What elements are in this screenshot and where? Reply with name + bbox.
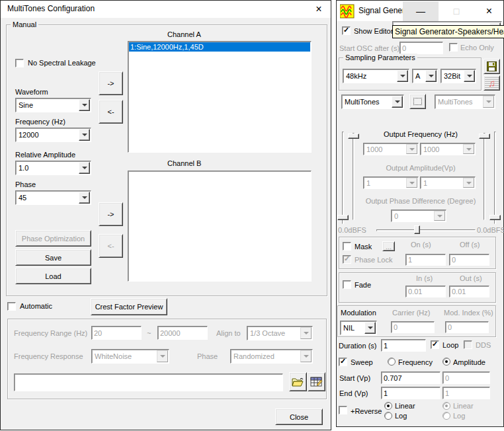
- remove-from-channel-a-button[interactable]: <-: [99, 100, 123, 124]
- close-icon[interactable]: ×: [474, 1, 504, 21]
- duration-input[interactable]: [381, 339, 426, 352]
- load-button[interactable]: Load: [15, 268, 91, 284]
- crest-factor-preview-button[interactable]: Crest Factor Preview: [91, 298, 167, 315]
- linear2-radio[interactable]: [442, 402, 450, 410]
- right-inner-slider-handle[interactable]: [479, 134, 490, 139]
- minimize-icon[interactable]: —: [403, 1, 439, 21]
- close-button[interactable]: Close: [275, 409, 323, 425]
- channel-combo[interactable]: A: [412, 69, 438, 83]
- chevron-down-icon[interactable]: [79, 192, 90, 204]
- mod-index-label: Mod. Index (%): [444, 309, 493, 317]
- output-frequency-b-combo[interactable]: 1000: [420, 143, 476, 155]
- balance-slider-handle[interactable]: [414, 225, 420, 234]
- amplitude-radio[interactable]: [442, 358, 450, 366]
- bit-depth-combo[interactable]: 32Bit: [441, 69, 476, 83]
- wave-config-button[interactable]: [409, 94, 426, 109]
- table-edit-icon: [310, 377, 323, 387]
- loop-checkbox[interactable]: ✓: [431, 340, 439, 349]
- linear-radio[interactable]: [384, 402, 392, 410]
- add-to-channel-b-button[interactable]: ->: [99, 202, 123, 226]
- output-amplitude-b-combo[interactable]: 1: [420, 176, 476, 189]
- sample-rate-combo[interactable]: 48kHz: [343, 69, 409, 83]
- fade-in-label: In (s): [416, 274, 433, 283]
- frequency-radio[interactable]: [388, 358, 396, 366]
- left-inner-slider-handle[interactable]: [348, 134, 359, 139]
- left-outer-slider-handle[interactable]: [337, 215, 349, 220]
- chevron-down-icon[interactable]: [79, 99, 90, 111]
- relative-amplitude-combo[interactable]: 1.0: [15, 161, 91, 175]
- end-input[interactable]: [381, 387, 441, 399]
- start-osc-input[interactable]: [399, 42, 443, 54]
- list-item[interactable]: 1:Sine,12000Hz,1,45D: [129, 42, 310, 52]
- right-inner-slider-track[interactable]: [483, 133, 485, 220]
- save-button[interactable]: Save: [15, 249, 91, 266]
- chevron-down-icon[interactable]: [79, 129, 90, 141]
- automatic-checkbox[interactable]: [7, 302, 16, 311]
- open-file-button[interactable]: [289, 372, 307, 391]
- phase-lock-checkbox[interactable]: ✓: [343, 255, 351, 264]
- range-to-input[interactable]: [157, 326, 208, 340]
- chevron-down-icon[interactable]: [397, 70, 408, 82]
- signal-generator-titlebar[interactable]: Signal Gener... — □ ×: [337, 1, 503, 22]
- start-input[interactable]: [381, 372, 441, 384]
- channel-b-list[interactable]: [128, 171, 312, 282]
- file-path-input[interactable]: [14, 373, 283, 391]
- phase-optimization-button[interactable]: Phase Optimization: [15, 230, 91, 247]
- wave-type-combo[interactable]: MultiTones: [341, 95, 404, 109]
- left-inner-slider-track[interactable]: [353, 133, 355, 220]
- carrier-label: Carrier (Hz): [392, 309, 430, 317]
- end2-input[interactable]: [442, 387, 490, 399]
- show-editor-checkbox[interactable]: ✓: [342, 26, 351, 35]
- mask-off-input[interactable]: [449, 254, 489, 266]
- right-outer-slider-handle[interactable]: [489, 215, 501, 220]
- start2-input[interactable]: [442, 372, 490, 384]
- phase-difference-combo[interactable]: 0: [391, 210, 446, 222]
- reverse-checkbox[interactable]: [339, 406, 347, 414]
- save-signal-button[interactable]: [483, 59, 500, 74]
- phase-label: Phase: [15, 180, 36, 189]
- right-outer-slider-track[interactable]: [494, 132, 496, 224]
- add-to-channel-a-button[interactable]: ->: [99, 71, 123, 95]
- mod-index-input[interactable]: [445, 321, 489, 333]
- output-amplitude-a-combo[interactable]: 1: [363, 176, 419, 189]
- frequency-response-combo[interactable]: WhiteNoise: [91, 349, 169, 364]
- edit-table-button[interactable]: [308, 372, 325, 391]
- close-icon[interactable]: ×: [310, 2, 327, 17]
- modulation-type-combo[interactable]: NIL: [340, 321, 377, 335]
- mask-on-input[interactable]: [405, 254, 446, 266]
- chevron-down-icon[interactable]: [392, 96, 403, 108]
- log-radio[interactable]: [384, 412, 392, 420]
- output-frequency-a-combo[interactable]: 1000: [363, 143, 419, 155]
- app-icon: [340, 4, 355, 19]
- fade-checkbox[interactable]: [343, 280, 351, 289]
- remove-from-channel-b-button[interactable]: <-: [99, 234, 123, 258]
- range-from-input[interactable]: [91, 326, 142, 340]
- sweep-checkbox[interactable]: ✓: [339, 358, 347, 366]
- align-to-combo[interactable]: 1/3 Octave: [247, 326, 313, 340]
- play-tone-button[interactable]: ♫: [483, 75, 500, 91]
- wave-type-b-combo[interactable]: MultiTones: [435, 95, 495, 109]
- echo-only-checkbox[interactable]: [449, 43, 458, 52]
- mask-config-button[interactable]: ...: [382, 241, 395, 251]
- chevron-down-icon[interactable]: [364, 322, 376, 334]
- chevron-down-icon[interactable]: [464, 70, 475, 82]
- music-note-icon: ♫: [488, 77, 495, 89]
- fade-in-input[interactable]: [405, 286, 446, 297]
- dds-checkbox[interactable]: [464, 340, 472, 349]
- no-spectral-leakage-checkbox[interactable]: [15, 59, 24, 67]
- phase-combo[interactable]: 45: [15, 190, 91, 205]
- phase-mode-combo[interactable]: Randomized: [230, 349, 313, 364]
- chevron-down-icon[interactable]: [79, 162, 90, 174]
- multitones-titlebar[interactable]: MultiTones Configuration ×: [1, 1, 331, 18]
- mask-checkbox[interactable]: [343, 242, 351, 251]
- fade-out-input[interactable]: [449, 286, 489, 297]
- waveform-combo[interactable]: Sine: [15, 98, 91, 112]
- carrier-input[interactable]: [391, 321, 435, 333]
- maximize-icon[interactable]: □: [439, 1, 474, 21]
- log2-radio[interactable]: [442, 412, 450, 420]
- channel-a-list[interactable]: 1:Sine,12000Hz,1,45D: [128, 41, 312, 153]
- chevron-down-icon[interactable]: [425, 70, 437, 82]
- left-outer-slider-track[interactable]: [342, 132, 344, 224]
- frequency-combo[interactable]: 12000: [15, 128, 91, 142]
- balance-slider-track[interactable]: [376, 229, 476, 231]
